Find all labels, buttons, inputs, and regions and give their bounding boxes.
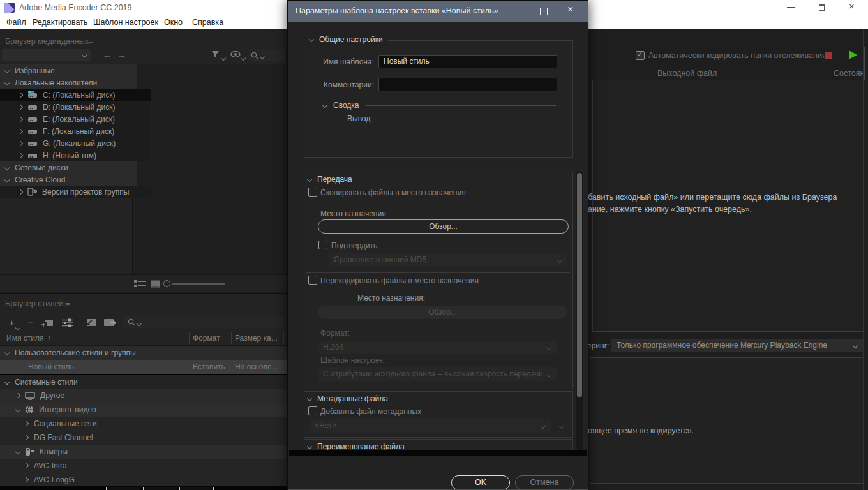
cancel-button[interactable]: Отмена (515, 475, 574, 490)
tree-item-drive-d[interactable]: D: (Локальный диск) (0, 101, 151, 113)
add-preset-icon[interactable]: + (9, 317, 15, 328)
menu-help[interactable]: Справка (192, 18, 223, 27)
comments-input[interactable] (378, 78, 557, 91)
column-frame-size[interactable]: Размер ка... (235, 334, 278, 343)
panel-menu-icon[interactable]: ≡ (88, 36, 93, 46)
dialog-maximize-button[interactable] (540, 8, 548, 15)
copy-files-label: Скопировать файлы в место назначения (320, 188, 466, 197)
tree-item-local-drives[interactable]: Локальные накопители (0, 77, 137, 89)
summary-header[interactable]: Сводка (323, 101, 359, 110)
menu-preset[interactable]: Шаблон настроек (93, 18, 158, 27)
menu-file[interactable]: Файл (6, 18, 26, 27)
drive-icon (27, 91, 38, 98)
start-queue-button[interactable] (849, 50, 857, 59)
restore-button[interactable] (819, 4, 825, 11)
preset-row-system-presets[interactable]: Системные стили (0, 375, 292, 389)
forward-icon[interactable]: → (117, 50, 126, 60)
preset-settings-icon[interactable] (62, 318, 73, 327)
menu-window[interactable]: Окно (164, 18, 183, 27)
eye-icon[interactable] (230, 51, 241, 58)
preset-dropdown: С атрибутами исходного файла – высокая с… (318, 368, 557, 381)
general-settings-header[interactable]: Общие настройки (304, 34, 388, 45)
sort-ascending-icon[interactable]: ↑ (47, 333, 51, 342)
tree-item-drive-e[interactable]: E: (Локальный диск) (0, 113, 151, 125)
metadata-header[interactable]: Метаданные файла (308, 394, 388, 403)
media-path-dropdown[interactable] (2, 49, 91, 61)
add-metadata-label: Добавить файл метаданных (320, 407, 421, 416)
list-view-icon[interactable] (134, 280, 146, 288)
copy-files-checkbox[interactable] (308, 188, 317, 197)
ok-button[interactable]: OK (451, 475, 510, 490)
comments-label: Комментарии: (294, 80, 374, 89)
panel-menu-icon[interactable]: ≡ (65, 299, 70, 308)
tree-item-favorites[interactable]: Избранные (0, 64, 137, 77)
watch-folders-label: Автоматически кодировать папки отслежива… (648, 51, 827, 60)
tree-item-drive-g[interactable]: G: (Локальный диск) (0, 137, 151, 149)
remove-preset-icon[interactable]: − (27, 317, 33, 328)
browse-button[interactable]: Обзор... (318, 219, 569, 234)
queue-panel: ✓ Автоматически кодировать папки отслежи… (587, 29, 868, 490)
renderer-dropdown[interactable]: Только программное обеспечение Mercury P… (611, 339, 863, 352)
transcode-checkbox[interactable] (308, 276, 317, 285)
tree-item-creative-cloud[interactable]: Creative Cloud (0, 174, 137, 186)
stop-queue-button[interactable] (825, 52, 832, 59)
rename-header[interactable]: Переименование файла (308, 442, 405, 451)
preset-row-user-presets[interactable]: Пользовательские стили и группы (0, 346, 292, 360)
media-content-pane (132, 64, 288, 274)
metadata-dropdown: <Нет> (310, 419, 551, 433)
menu-edit[interactable]: Редактировать (33, 18, 87, 27)
column-output-file[interactable]: Выходной файл (657, 69, 717, 78)
tree-item-network-drives[interactable]: Сетевые диски (0, 161, 137, 174)
preset-row-avc-longg[interactable]: AVC-LongG (0, 473, 311, 487)
watch-folders-checkbox[interactable]: ✓ (636, 51, 645, 60)
transfer-header[interactable]: Передача (308, 175, 352, 184)
preset-row-cameras[interactable]: Камеры (0, 445, 303, 459)
dialog-close-button[interactable]: × (567, 4, 573, 15)
zoom-slider-knob[interactable] (163, 280, 170, 287)
media-search-input[interactable] (248, 49, 285, 61)
preset-row-web-video[interactable]: Интернет-видео (0, 403, 303, 417)
transfer-group: Передача Скопировать файлы в место назна… (304, 172, 573, 389)
add-metadata-checkbox[interactable] (308, 406, 317, 415)
verify-dropdown: Сравнение значений MD5 (329, 253, 567, 267)
preset-name-label: Имя шаблона: (294, 57, 374, 66)
dialog-minimize-button[interactable]: — (511, 5, 519, 14)
tree-item-drive-f[interactable]: F: (Локальный диск) (0, 125, 151, 137)
thumbnail-view-icon[interactable] (151, 280, 160, 288)
minimize-button[interactable]: — (787, 2, 795, 11)
verify-checkbox[interactable] (318, 241, 327, 249)
app-icon (4, 3, 15, 13)
tree-item-drive-h[interactable]: H: (Новый том) (0, 149, 151, 161)
preset-search-input[interactable] (123, 316, 285, 329)
close-button[interactable]: × (849, 1, 855, 11)
column-preset-name[interactable]: Имя стиля (6, 334, 43, 343)
preset-row-dg-fast-channel[interactable]: DG Fast Channel (0, 431, 311, 445)
scrollbar-thumb[interactable] (864, 47, 865, 80)
filter-icon[interactable] (211, 50, 220, 59)
tree-item-team-projects[interactable]: Версии проектов группы (0, 186, 151, 198)
search-icon (128, 318, 135, 326)
export-preset-icon[interactable] (104, 318, 117, 327)
ingest-preset-dialog: Параметры шаблона настроек вставки «Новы… (287, 0, 588, 490)
preset-column-header: Имя стиля ↑ Формат Размер ка... (0, 331, 287, 346)
column-status[interactable]: Состояние (834, 69, 863, 78)
new-preset-group-icon[interactable] (41, 318, 54, 327)
tree-item-drive-c[interactable]: C: (Локальный диск) (0, 89, 151, 101)
import-preset-icon[interactable] (84, 318, 97, 327)
taskbar-sliver (0, 486, 288, 490)
verify-label: Подтвердить (331, 241, 377, 250)
preset-row-avc-intra[interactable]: AVC-Intra (0, 459, 311, 473)
dialog-scrollbar-thumb[interactable] (577, 173, 582, 397)
preset-row-other[interactable]: Другое (0, 389, 303, 403)
media-view-bar (0, 274, 287, 292)
preset-row-new-preset[interactable]: Новый стиль Вставить На основе... (0, 360, 287, 374)
column-format[interactable]: Формат (193, 334, 220, 343)
drive-icon (27, 103, 38, 110)
format-label: Формат: (320, 329, 350, 338)
back-icon[interactable]: ← (103, 50, 112, 60)
zoom-slider-track[interactable] (172, 283, 225, 285)
dialog-scrollbar-track[interactable] (576, 171, 583, 450)
preset-row-social-media[interactable]: Социальные сети (0, 417, 311, 431)
encoding-status-text: оящее время не кодируется. (588, 426, 694, 435)
preset-name-input[interactable]: Новый стиль (378, 55, 557, 68)
